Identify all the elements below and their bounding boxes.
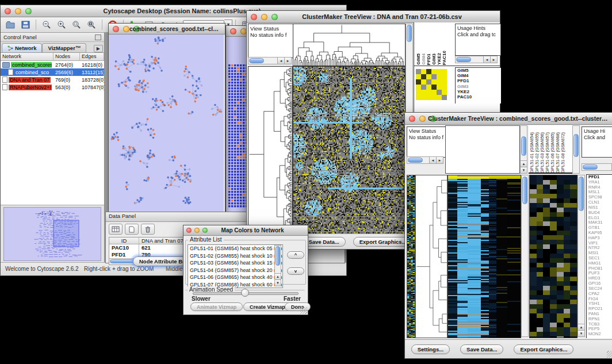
attribute-list-vscrollbar[interactable]: ▲▼ [274, 245, 281, 286]
treeview1-titlebar[interactable]: ClusterMaker TreeView : DNA and Tran 07-… [247, 11, 500, 23]
usage-hints-hscrollbar[interactable] [582, 163, 612, 171]
treeview-button[interactable]: Save Data... [302, 237, 345, 247]
gene-name[interactable]: PAC10 [457, 94, 501, 99]
gene-name[interactable]: YKE2 [457, 89, 501, 94]
scroll-up-icon[interactable]: ▲ [578, 324, 584, 330]
tab-overflow-arrow-icon[interactable]: ▶ [94, 45, 103, 52]
view-status-hscrollbar[interactable]: ◄► [407, 156, 443, 164]
close-icon[interactable] [251, 14, 257, 20]
usage-hints-hscrollbar[interactable]: ◄► [455, 56, 498, 63]
scroll-thumb[interactable] [407, 25, 412, 42]
column-dendrogram-canvas[interactable] [293, 24, 406, 66]
gene-name[interactable]: PFD1 [457, 78, 501, 83]
network-list-item[interactable]: combined_sco 2569(6) 13112(15) [1, 68, 104, 76]
labels-vscrollbar[interactable]: ▲▼ [520, 125, 527, 174]
slider-thumb[interactable] [241, 289, 249, 297]
column-label[interactable]: GPL51-06 (GSM865) [550, 132, 555, 173]
float-panel-icon[interactable] [95, 35, 101, 40]
scroll-thumb[interactable] [522, 177, 527, 204]
open-session-icon[interactable] [3, 19, 17, 30]
close-icon[interactable] [409, 116, 415, 122]
column-label[interactable]: GPL51-03 (GSM856) [540, 132, 545, 173]
scroll-thumb[interactable] [521, 136, 526, 156]
scroll-right-icon[interactable]: ► [284, 58, 291, 64]
column-label[interactable]: GPL51-01 (GSM854) [529, 132, 534, 173]
scroll-thumb[interactable] [583, 164, 598, 170]
attribute-item[interactable]: GPL51-01 (GSM854) heat shock 05 min [188, 245, 282, 252]
attribute-item[interactable]: GPL51-02 (GSM855) heat shock 10 min [188, 252, 282, 260]
zoom-in-icon[interactable] [55, 19, 68, 30]
gene-name[interactable]: MON2 [588, 332, 612, 337]
main-heatmap-canvas[interactable] [447, 175, 521, 338]
scroll-thumb[interactable] [408, 158, 423, 163]
scroll-up-icon[interactable]: ▲ [275, 273, 281, 279]
zoom-fit-icon[interactable] [85, 19, 98, 30]
network-list-item[interactable]: DNA and Tran 07 769(0) 183728(0) [1, 76, 104, 83]
tab-vizmapper[interactable]: VizMapper™ [42, 43, 86, 52]
row-dendrogram-canvas[interactable] [415, 175, 447, 338]
scroll-left-icon[interactable]: ◄ [429, 157, 436, 163]
zoom-out-icon[interactable] [40, 19, 53, 30]
move-down-button[interactable]: v [287, 267, 304, 275]
scroll-thumb[interactable] [249, 58, 264, 63]
resize-grip-icon[interactable] [300, 307, 307, 314]
heatmap-vscrollbar[interactable] [521, 175, 529, 337]
treeview-button[interactable]: Settings... [411, 344, 450, 354]
zoom-selected-icon[interactable] [70, 19, 83, 30]
column-nodes[interactable]: Nodes [53, 53, 80, 60]
scroll-down-icon[interactable]: ▼ [521, 167, 527, 173]
network-list-item[interactable]: combined_scores 2764(0) 16218(0) [1, 61, 104, 68]
new-attribute-icon[interactable] [125, 224, 139, 235]
column-edges[interactable]: Edges [80, 53, 104, 60]
scroll-thumb[interactable] [573, 134, 579, 157]
attribute-item[interactable]: GPL51-03 (GSM856) heat shock 15 min [188, 259, 282, 267]
column-label[interactable]: GPL51-08 (GSM872) [560, 132, 565, 173]
scroll-thumb[interactable] [456, 57, 471, 62]
scroll-left-icon[interactable]: ◄ [483, 56, 490, 63]
gene-name[interactable]: GIM4 [457, 73, 501, 78]
birdseye-view-canvas[interactable] [3, 207, 101, 261]
global-heatmap-canvas[interactable] [293, 66, 406, 234]
dialog-titlebar[interactable]: Map Colors to Network [183, 225, 308, 236]
minimize-icon[interactable] [15, 8, 21, 14]
column-label[interactable]: PFD1 [426, 53, 431, 65]
scroll-thumb[interactable] [276, 246, 280, 266]
column-label[interactable]: YKE2 [437, 53, 442, 65]
scroll-left-icon[interactable]: ◄ [277, 58, 284, 64]
close-icon[interactable] [186, 228, 192, 233]
column-label[interactable]: GPL51-07 (GSM868) [555, 132, 560, 173]
network-canvas[interactable] [109, 35, 224, 212]
scroll-right-icon[interactable]: ► [490, 56, 497, 63]
select-attributes-icon[interactable] [109, 224, 123, 235]
column-label[interactable]: GIM3 [431, 53, 437, 65]
attribute-listbox[interactable]: GPL51-01 (GSM854) heat shock 05 minGPL51… [188, 244, 283, 288]
scroll-right-icon[interactable]: ► [436, 157, 443, 163]
column-network[interactable]: Network [1, 53, 53, 60]
scroll-up-icon[interactable]: ▲ [521, 160, 527, 167]
column-label[interactable]: GIM5 [416, 53, 421, 65]
minimize-icon[interactable] [123, 26, 129, 32]
zoom-heatmap-canvas[interactable] [529, 175, 577, 338]
delete-attribute-icon[interactable] [141, 224, 155, 235]
tab-network[interactable]: Network [2, 43, 42, 52]
treeview2-titlebar[interactable]: ClusterMaker TreeView : combined_scores_… [405, 113, 612, 125]
column-label[interactable]: GPL51-02 (GSM855) [534, 132, 540, 173]
column-label[interactable]: PAC10 [442, 51, 447, 65]
close-icon[interactable] [5, 8, 11, 14]
labels-vscrollbar-2[interactable] [572, 125, 580, 174]
column-label[interactable]: GPL51-04 (GSM857) [545, 132, 550, 173]
network-list-item[interactable]: RNAPuberNov2+! 563(0) 107847(0) [1, 83, 104, 91]
resize-grip-icon[interactable] [607, 351, 612, 358]
zoom-vscrollbar[interactable]: ▲▼ [577, 175, 585, 337]
column-label[interactable]: GIM4 [421, 53, 426, 65]
treeview-button[interactable]: Export Graphics... [353, 237, 413, 247]
scroll-down-icon[interactable]: ▼ [578, 330, 584, 336]
gene-name[interactable]: GIM5 [457, 68, 501, 73]
minimize-icon[interactable] [194, 228, 200, 233]
scroll-down-icon[interactable]: ▼ [275, 279, 281, 286]
global-mini-heatmap-canvas[interactable] [407, 175, 415, 338]
treeview-button[interactable]: Save Data... [460, 344, 503, 354]
save-session-icon[interactable] [18, 19, 32, 30]
zoom-heatmap-canvas[interactable] [416, 69, 447, 100]
gene-name[interactable]: GIM3 [457, 84, 501, 89]
